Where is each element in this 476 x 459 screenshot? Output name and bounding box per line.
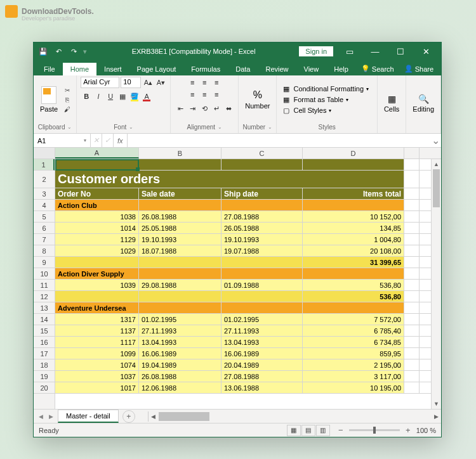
cell[interactable] — [404, 245, 420, 256]
cell[interactable] — [139, 291, 221, 302]
cell[interactable] — [221, 200, 303, 210]
cell[interactable]: Sale date — [139, 188, 221, 199]
scroll-right-icon[interactable]: ▶ — [431, 411, 441, 422]
cell[interactable] — [303, 268, 404, 279]
cell[interactable] — [221, 291, 303, 302]
col-header-b[interactable]: B — [139, 148, 221, 158]
row-header[interactable]: 14 — [34, 314, 55, 325]
cell[interactable] — [221, 268, 303, 279]
cell[interactable]: 26.05.1988 — [221, 223, 303, 233]
cell[interactable]: 1117 — [55, 337, 139, 347]
align-bottom-icon[interactable]: ≡ — [211, 77, 222, 88]
cell[interactable] — [404, 325, 420, 336]
underline-button[interactable]: U — [105, 91, 116, 102]
cell[interactable] — [221, 302, 303, 313]
cell[interactable] — [404, 200, 420, 210]
scroll-down-icon[interactable]: ▼ — [432, 399, 441, 409]
row-header[interactable]: 6 — [34, 223, 55, 234]
expand-formula-bar-icon[interactable]: ⌄ — [430, 134, 441, 147]
cell-styles-button[interactable]: ▢Cell Styles▾ — [281, 105, 370, 115]
align-center-icon[interactable]: ≡ — [199, 89, 210, 100]
cell[interactable]: Items total — [303, 188, 404, 199]
cell[interactable]: 27.11.1993 — [221, 325, 303, 336]
scroll-left-icon[interactable]: ◀ — [149, 411, 159, 422]
sheet-title[interactable]: Customer orders — [55, 171, 404, 188]
cell[interactable]: 27.08.1988 — [221, 211, 303, 222]
row-header[interactable]: 5 — [34, 211, 55, 223]
enter-icon[interactable]: ✓ — [102, 134, 114, 147]
row-header[interactable]: 11 — [34, 280, 55, 291]
cell[interactable]: 19.07.1988 — [221, 245, 303, 256]
col-header-c[interactable]: C — [221, 148, 303, 158]
cell[interactable]: 29.08.1988 — [139, 280, 221, 290]
zoom-slider[interactable] — [349, 429, 400, 431]
zoom-in-button[interactable]: + — [404, 425, 413, 435]
cell[interactable]: 1317 — [55, 314, 139, 325]
cell[interactable]: 1039 — [55, 280, 139, 290]
decrease-indent-icon[interactable]: ⇤ — [175, 103, 186, 114]
row-header[interactable]: 7 — [34, 234, 55, 245]
row-header[interactable]: 2 — [34, 171, 55, 188]
row-header[interactable]: 8 — [34, 245, 55, 257]
cell[interactable] — [303, 200, 404, 210]
cell[interactable] — [404, 348, 420, 359]
font-color-icon[interactable]: A — [141, 91, 152, 102]
cell[interactable]: 1038 — [55, 211, 139, 222]
cell[interactable]: 26.08.1988 — [139, 211, 221, 222]
maximize-icon[interactable]: ☐ — [388, 42, 413, 60]
cell[interactable]: 1037 — [55, 371, 139, 382]
conditional-formatting-button[interactable]: ▦Conditional Formatting▾ — [281, 84, 370, 94]
cell[interactable]: 13.04.1993 — [221, 337, 303, 347]
cell[interactable]: 134,85 — [303, 223, 404, 233]
cancel-icon[interactable]: ✕ — [91, 134, 102, 147]
row-header[interactable]: 4 — [34, 200, 55, 211]
row-header[interactable]: 18 — [34, 359, 55, 371]
cell[interactable] — [404, 171, 420, 188]
tab-formulas[interactable]: Formulas — [183, 63, 228, 75]
orientation-icon[interactable]: ⟲ — [199, 103, 210, 114]
undo-icon[interactable]: ↶ — [51, 44, 65, 58]
cell[interactable]: 18.07.1988 — [139, 245, 221, 256]
cell[interactable] — [55, 159, 139, 170]
cell[interactable] — [404, 268, 420, 279]
share-button[interactable]: 👤Share — [399, 62, 439, 75]
shrink-font-icon[interactable]: A▾ — [155, 77, 166, 88]
cell[interactable] — [404, 223, 420, 233]
row-header[interactable]: 13 — [34, 302, 55, 314]
cell[interactable] — [139, 302, 221, 313]
editing-button[interactable]: 🔍 Editing — [410, 93, 437, 114]
grow-font-icon[interactable]: A▴ — [142, 77, 154, 88]
cell[interactable] — [221, 159, 303, 170]
cell[interactable]: 3 117,00 — [303, 371, 404, 382]
cell[interactable]: 1129 — [55, 234, 139, 245]
cell[interactable] — [404, 280, 420, 290]
cell[interactable]: 1017 — [55, 382, 139, 393]
cell[interactable] — [139, 257, 221, 268]
cell[interactable]: 10 152,00 — [303, 211, 404, 222]
cell[interactable] — [404, 159, 420, 170]
minimize-icon[interactable]: — — [362, 42, 388, 60]
row-header[interactable]: 17 — [34, 348, 55, 359]
cell[interactable]: 01.09.1988 — [221, 280, 303, 290]
row-header[interactable]: 12 — [34, 291, 55, 302]
vertical-scrollbar[interactable]: ▲ ▼ — [431, 159, 441, 409]
cell[interactable]: 1 004,80 — [303, 234, 404, 245]
borders-icon[interactable]: ▦ — [117, 91, 128, 102]
name-box[interactable]: A1▾ — [34, 134, 91, 147]
cell[interactable] — [139, 200, 221, 210]
cell[interactable]: Adventure Undersea — [55, 302, 139, 313]
cell[interactable]: 1014 — [55, 223, 139, 233]
cell[interactable] — [404, 302, 420, 313]
hscroll-thumb[interactable] — [159, 412, 209, 421]
cell[interactable]: 1074 — [55, 359, 139, 370]
tab-data[interactable]: Data — [228, 63, 258, 75]
align-top-icon[interactable]: ≡ — [187, 77, 198, 88]
cell[interactable] — [221, 257, 303, 268]
formula-input[interactable] — [128, 134, 430, 147]
search-button[interactable]: 💡Search — [356, 62, 399, 75]
cell[interactable] — [404, 291, 420, 302]
format-as-table-button[interactable]: ▦Format as Table▾ — [281, 94, 370, 105]
row-header[interactable]: 3 — [34, 188, 55, 200]
cell[interactable]: 2 195,00 — [303, 359, 404, 370]
cell[interactable]: 536,80 — [303, 291, 404, 302]
